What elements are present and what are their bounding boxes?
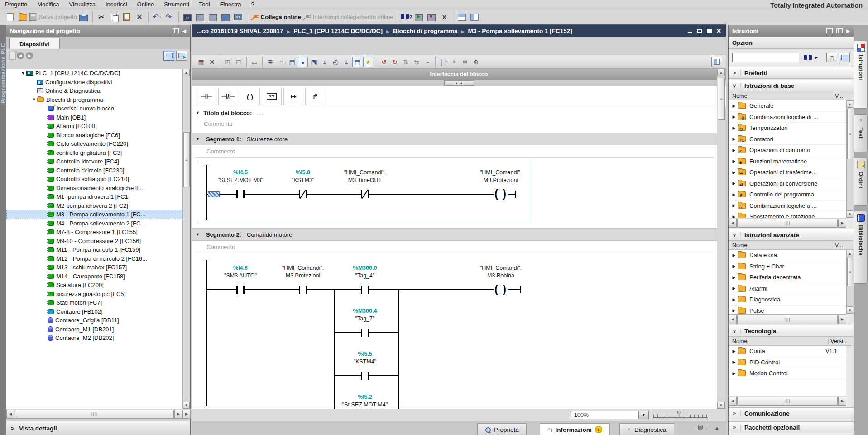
tree-item[interactable]: M3 - Pompa sollevamento 1 [FC... bbox=[6, 210, 190, 219]
restore-icon[interactable] bbox=[697, 29, 702, 33]
chevron-down-icon[interactable]: ∨ bbox=[729, 83, 741, 89]
scroll-thumb[interactable]: ≡ bbox=[718, 78, 725, 120]
instruction-folder-row[interactable]: ▶ ↔ Spostamento e rotazione bbox=[729, 211, 846, 218]
instruction-folder-row[interactable]: ▶ Allarmi bbox=[729, 283, 846, 295]
tree-item[interactable]: Online & Diagnostica bbox=[6, 86, 190, 96]
accessible-devices-button[interactable]: ? bbox=[399, 11, 412, 23]
collapse-inspector-icon[interactable]: ▲ bbox=[715, 425, 719, 430]
tree-item[interactable]: Contaore_M1 [DB201] bbox=[6, 325, 190, 334]
scroll-up-button[interactable]: ▲ bbox=[183, 69, 190, 76]
insert-network-icon[interactable]: ▦ bbox=[196, 57, 206, 67]
contact-bar[interactable] bbox=[361, 329, 362, 337]
expand-networks-icon[interactable]: ≣ bbox=[265, 57, 275, 67]
block-compare-icon[interactable]: ⊕ bbox=[471, 57, 481, 67]
go-online-button[interactable]: Collega online bbox=[250, 11, 301, 23]
contact-bar[interactable] bbox=[361, 286, 362, 294]
segment-2-comment[interactable]: Commento bbox=[195, 241, 714, 253]
block-title-row[interactable]: ▼ Titolo del blocco: ..... bbox=[192, 107, 717, 118]
scroll-thumb[interactable]: ≡ bbox=[847, 109, 853, 159]
close-branch-button[interactable]: ↱ bbox=[305, 88, 325, 105]
scroll-down-button[interactable]: ▼ bbox=[847, 306, 853, 314]
chevron-down-icon[interactable]: ∨ bbox=[729, 232, 741, 238]
scroll-left-button[interactable]: ◀ bbox=[729, 315, 737, 324]
scroll-up-button[interactable]: ▲ bbox=[717, 69, 725, 76]
favorites-toggle-icon[interactable]: ★ bbox=[363, 57, 373, 67]
status-format-icon[interactable]: ❘≡ bbox=[438, 57, 448, 67]
download-to-device-button[interactable]: ↓ bbox=[194, 11, 206, 23]
tree-item[interactable]: M12 - Pompa di ricircolo 2 [FC16... bbox=[6, 254, 190, 263]
sync-view-icon[interactable]: ➤ bbox=[176, 51, 187, 61]
block-title-value[interactable]: ..... bbox=[256, 110, 264, 116]
scroll-right-button[interactable]: ▶ bbox=[838, 397, 846, 406]
tree-item[interactable]: Stati motori [FC7] bbox=[6, 298, 190, 307]
scroll-thumb[interactable]: |||| bbox=[15, 410, 174, 419]
split-editor-horizontal-button[interactable] bbox=[456, 11, 468, 23]
splitter-handle-icon[interactable]: ▲ ▲ bbox=[444, 80, 474, 86]
contact-bar[interactable] bbox=[306, 286, 307, 294]
instruction-folder-row[interactable]: ▶ Periferia decentrata bbox=[729, 272, 846, 283]
instruction-folder-row[interactable]: ▶ ± Funzioni matematiche bbox=[729, 156, 846, 167]
technology-hscrollbar[interactable]: ◀||||▶ bbox=[729, 396, 846, 406]
editor-vertical-scrollbar[interactable]: ▲ ≡ ▼ bbox=[717, 69, 725, 409]
tree-item[interactable]: Contaore_M2 [DB202] bbox=[6, 334, 190, 343]
collapse-panel-icon[interactable]: ▶ bbox=[846, 29, 850, 33]
tab-informazioni[interactable]: ⁺i Informazioni i bbox=[540, 423, 610, 435]
coil-icon[interactable]: ) bbox=[503, 284, 506, 294]
scroll-left-button[interactable]: ◀ bbox=[729, 397, 737, 406]
save-project-button[interactable]: Salva progetto bbox=[29, 11, 77, 23]
block-comment[interactable]: Commento bbox=[192, 118, 717, 129]
no-contact-button[interactable]: ⊣⊢ bbox=[197, 88, 216, 105]
open-branch-button[interactable]: ↦ bbox=[283, 88, 303, 105]
settings-icon[interactable]: ✱ bbox=[460, 57, 470, 67]
contact-bar[interactable] bbox=[243, 190, 245, 198]
scroll-thumb[interactable]: ≡ bbox=[183, 132, 190, 187]
maximize-icon[interactable] bbox=[707, 29, 712, 33]
runtime-button[interactable]: RT bbox=[232, 11, 244, 23]
side-tab-istruzioni[interactable]: Istruzioni bbox=[854, 41, 868, 109]
tree-item[interactable]: Inserisci nuovo blocco bbox=[6, 104, 190, 113]
comments-toggle-icon[interactable]: ◒ bbox=[298, 57, 308, 67]
contact-bar[interactable] bbox=[368, 286, 369, 294]
coil-icon[interactable]: ( bbox=[494, 284, 498, 294]
side-tab-test[interactable]: Test bbox=[854, 114, 868, 152]
tree-item[interactable]: Controllo soffiaggio [FC210] bbox=[6, 175, 190, 184]
instruction-folder-row[interactable]: ▶ Data e ora bbox=[729, 250, 846, 261]
scroll-left-button[interactable]: ◀ bbox=[729, 219, 737, 228]
breadcrumb-item[interactable]: ...co 20161019 SHIVAL 230817 bbox=[197, 28, 283, 34]
forward-icon[interactable]: ▶ bbox=[26, 52, 33, 59]
absolute-operands-icon[interactable]: ⬔ bbox=[309, 57, 319, 67]
details-view-bar[interactable]: > Vista dettagli bbox=[6, 421, 190, 435]
search-icon[interactable] bbox=[804, 55, 812, 61]
menu-inserisci[interactable]: Inserisci bbox=[101, 0, 132, 8]
scroll-left-button[interactable]: ◀ bbox=[6, 410, 14, 419]
tree-item[interactable]: Configurazione dispositivi bbox=[6, 78, 190, 87]
go-offline-button[interactable]: Interrompi collegamento online bbox=[302, 11, 393, 23]
symbol-down-icon[interactable]: ± bbox=[341, 57, 351, 67]
side-tab-biblioteche[interactable]: Biblioteche bbox=[854, 211, 868, 284]
breadcrumb-item[interactable]: PLC_1 [CPU 1214C DC/DC/DC] bbox=[294, 28, 383, 34]
chevron-down-icon[interactable]: ∨ bbox=[729, 328, 741, 334]
zoom-slider[interactable] bbox=[653, 411, 708, 418]
tree-item[interactable]: Main [OB1] bbox=[6, 113, 190, 122]
menu-modifica[interactable]: Modifica bbox=[32, 0, 64, 8]
collapse-segment-icon[interactable]: ▼ bbox=[196, 232, 200, 237]
tree-vertical-scrollbar[interactable]: ▲ ≡ ▼ bbox=[182, 69, 190, 409]
advanced-hscrollbar[interactable]: ◀||||▶ bbox=[729, 314, 846, 324]
chevron-right-icon[interactable]: > bbox=[729, 425, 741, 430]
operand-down-icon[interactable]: ± bbox=[320, 57, 330, 67]
contact-bar[interactable] bbox=[236, 190, 238, 198]
instruction-folder-row[interactable]: ▶ ⇄ Operazioni di conversione bbox=[729, 178, 846, 190]
instruction-folder-row[interactable]: ▶ ∷ Combinazioni logiche a ... bbox=[729, 201, 846, 212]
symbolic-operands-icon[interactable]: ◴ bbox=[331, 57, 340, 67]
tree-item[interactable]: Contaore_Griglia [DB11] bbox=[6, 316, 190, 325]
contact-bar[interactable] bbox=[299, 286, 300, 294]
segment-2-network[interactable]: %I4.6"SM3 AUTO""HMI_Comandi".M3.Protezio… bbox=[198, 256, 529, 409]
section-tecnologia[interactable]: ∨ Tecnologia bbox=[729, 325, 854, 337]
tree-item[interactable]: M2-pompa idrovera 2 [FC2] bbox=[6, 201, 190, 210]
scroll-down-button[interactable]: ▼ bbox=[183, 402, 190, 409]
cross-references-button[interactable]: X bbox=[438, 11, 450, 23]
float-inspector-icon[interactable] bbox=[698, 425, 703, 430]
pin-panel-icon[interactable] bbox=[836, 28, 843, 33]
tree-item[interactable]: Ciclo sollevamento [FC220] bbox=[6, 139, 190, 148]
empty-box-button[interactable]: ?? bbox=[262, 88, 282, 105]
